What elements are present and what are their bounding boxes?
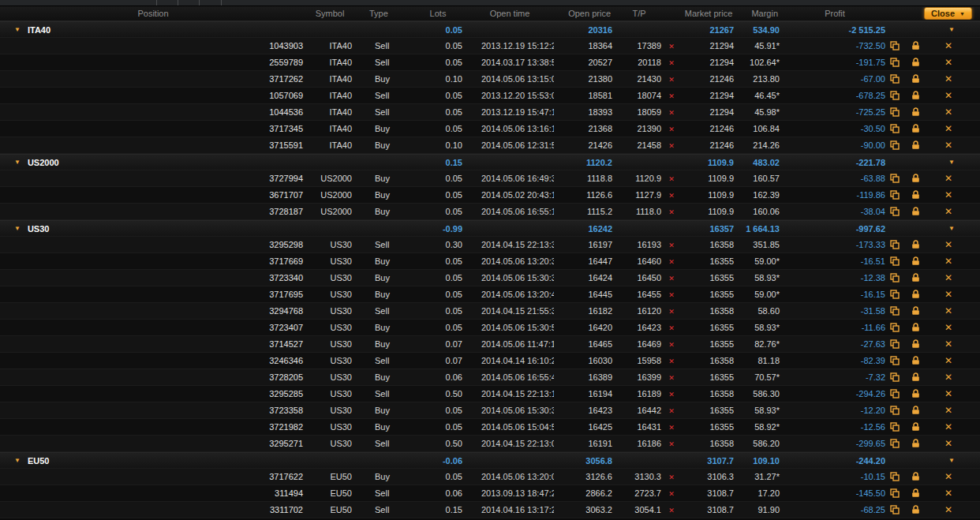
column-header-open-time[interactable]: Open time (466, 9, 554, 18)
position-row[interactable]: 3714527US30Buy0.072014.05.06 11:47:17164… (0, 336, 980, 353)
close-position-icon[interactable]: ✕ (944, 140, 952, 150)
position-row[interactable]: 3294768US30Sell0.052014.04.15 21:55:3216… (0, 303, 980, 320)
duplicate-icon[interactable] (890, 124, 900, 133)
group-menu-icon[interactable]: ▼ (948, 457, 955, 464)
lock-icon[interactable] (911, 107, 920, 117)
duplicate-icon[interactable] (890, 273, 900, 282)
duplicate-icon[interactable] (890, 406, 900, 415)
position-row[interactable]: 3715591ITA40Buy0.102014.05.06 12:31:5021… (0, 137, 980, 154)
position-row[interactable]: 1043903ITA40Sell0.052013.12.19 15:12:241… (0, 38, 980, 54)
lock-icon[interactable] (911, 240, 920, 249)
close-position-icon[interactable]: ✕ (944, 256, 952, 266)
close-position-icon[interactable]: ✕ (944, 389, 952, 398)
close-position-icon[interactable]: ✕ (944, 240, 952, 249)
column-header-profit[interactable]: Profit (783, 9, 887, 18)
position-row[interactable]: 3295285US30Sell0.502014.04.15 22:13:1916… (0, 386, 980, 402)
duplicate-icon[interactable] (890, 422, 900, 432)
duplicate-icon[interactable] (890, 339, 900, 349)
lock-icon[interactable] (911, 290, 920, 299)
group-row[interactable]: ▼EU50-0.063056.83107.7109.10-244.20▼ (0, 452, 980, 469)
position-row[interactable]: 3246346US30Sell0.072014.04.14 16:10:2916… (0, 353, 980, 369)
collapse-triangle-icon[interactable]: ▼ (14, 159, 21, 166)
close-position-icon[interactable]: ✕ (944, 273, 952, 282)
lock-icon[interactable] (911, 273, 920, 282)
lock-icon[interactable] (911, 306, 920, 316)
remove-tp-icon[interactable]: ✕ (668, 490, 675, 498)
close-position-icon[interactable]: ✕ (944, 58, 952, 67)
close-position-icon[interactable]: ✕ (944, 472, 952, 481)
lock-icon[interactable] (911, 505, 920, 514)
lock-icon[interactable] (911, 488, 920, 498)
close-position-icon[interactable]: ✕ (944, 207, 952, 216)
duplicate-icon[interactable] (890, 41, 900, 51)
close-position-icon[interactable]: ✕ (944, 422, 952, 432)
lock-icon[interactable] (911, 356, 920, 365)
remove-tp-icon[interactable]: ✕ (668, 407, 675, 415)
duplicate-icon[interactable] (890, 91, 900, 100)
position-row[interactable]: 3723340US30Buy0.052014.05.06 15:30:31164… (0, 270, 980, 286)
duplicate-icon[interactable] (890, 290, 900, 299)
duplicate-icon[interactable] (890, 505, 900, 514)
close-position-icon[interactable]: ✕ (944, 356, 952, 365)
remove-tp-icon[interactable]: ✕ (668, 109, 675, 117)
position-row[interactable]: 3671707US2000Buy0.052014.05.02 20:43:161… (0, 187, 980, 204)
duplicate-icon[interactable] (890, 472, 900, 481)
duplicate-icon[interactable] (890, 356, 900, 365)
close-position-icon[interactable]: ✕ (944, 124, 952, 133)
close-position-icon[interactable]: ✕ (944, 91, 952, 100)
duplicate-icon[interactable] (890, 488, 900, 498)
duplicate-icon[interactable] (890, 207, 900, 216)
column-header-tp[interactable]: T/P (615, 9, 663, 18)
remove-tp-icon[interactable]: ✕ (668, 324, 675, 332)
close-position-icon[interactable]: ✕ (944, 174, 952, 183)
lock-icon[interactable] (911, 124, 920, 133)
remove-tp-icon[interactable]: ✕ (668, 424, 675, 432)
group-row[interactable]: ▼US20000.151120.21109.9483.02-221.78▼ (0, 154, 980, 170)
position-row[interactable]: 1044536ITA40Sell0.052013.12.19 15:47:191… (0, 104, 980, 121)
close-position-icon[interactable]: ✕ (944, 290, 952, 299)
duplicate-icon[interactable] (890, 58, 900, 67)
remove-tp-icon[interactable]: ✕ (668, 92, 675, 100)
position-row[interactable]: 3311702EU50Sell0.152014.04.16 13:17:2130… (0, 502, 980, 518)
duplicate-icon[interactable] (890, 306, 900, 316)
remove-tp-icon[interactable]: ✕ (668, 374, 675, 382)
close-position-icon[interactable]: ✕ (944, 74, 952, 84)
position-row[interactable]: 3717622EU50Buy0.052014.05.06 13:20:08312… (0, 469, 980, 485)
group-menu-icon[interactable]: ▼ (948, 159, 955, 166)
duplicate-icon[interactable] (890, 439, 900, 448)
duplicate-icon[interactable] (890, 107, 900, 117)
close-position-icon[interactable]: ✕ (944, 505, 952, 514)
remove-tp-icon[interactable]: ✕ (668, 258, 675, 266)
duplicate-icon[interactable] (890, 240, 900, 249)
remove-tp-icon[interactable]: ✕ (668, 507, 675, 514)
lock-icon[interactable] (911, 256, 920, 266)
duplicate-icon[interactable] (890, 389, 900, 398)
collapse-triangle-icon[interactable]: ▼ (14, 457, 21, 464)
close-position-icon[interactable]: ✕ (944, 488, 952, 498)
position-row[interactable]: 2559789ITA40Sell0.052014.03.17 13:38:552… (0, 54, 980, 71)
column-header-type[interactable]: Type (353, 9, 410, 18)
remove-tp-icon[interactable]: ✕ (668, 43, 675, 51)
group-row[interactable]: ▼ITA400.052031621267534.90-2 515.25▼ (0, 21, 980, 38)
remove-tp-icon[interactable]: ✕ (668, 473, 675, 481)
lock-icon[interactable] (911, 439, 920, 448)
column-header-open-price[interactable]: Open price (554, 9, 615, 18)
remove-tp-icon[interactable]: ✕ (668, 341, 675, 349)
close-position-icon[interactable]: ✕ (944, 107, 952, 117)
remove-tp-icon[interactable]: ✕ (668, 308, 675, 316)
close-position-icon[interactable]: ✕ (944, 339, 952, 349)
position-row[interactable]: 311494EU50Sell0.062013.09.13 18:47:21286… (0, 485, 980, 502)
lock-icon[interactable] (911, 389, 920, 398)
close-position-icon[interactable]: ✕ (944, 372, 952, 382)
position-row[interactable]: 3295271US30Sell0.502014.04.15 22:13:0216… (0, 436, 980, 452)
remove-tp-icon[interactable]: ✕ (668, 125, 675, 133)
remove-tp-icon[interactable]: ✕ (668, 192, 675, 200)
column-header-margin[interactable]: Margin (737, 9, 783, 18)
remove-tp-icon[interactable]: ✕ (668, 76, 675, 84)
position-row[interactable]: 3721982US30Buy0.052014.05.06 15:04:59164… (0, 419, 980, 436)
remove-tp-icon[interactable]: ✕ (668, 59, 675, 67)
duplicate-icon[interactable] (890, 140, 900, 150)
remove-tp-icon[interactable]: ✕ (668, 275, 675, 282)
duplicate-icon[interactable] (890, 174, 900, 183)
remove-tp-icon[interactable]: ✕ (668, 291, 675, 299)
